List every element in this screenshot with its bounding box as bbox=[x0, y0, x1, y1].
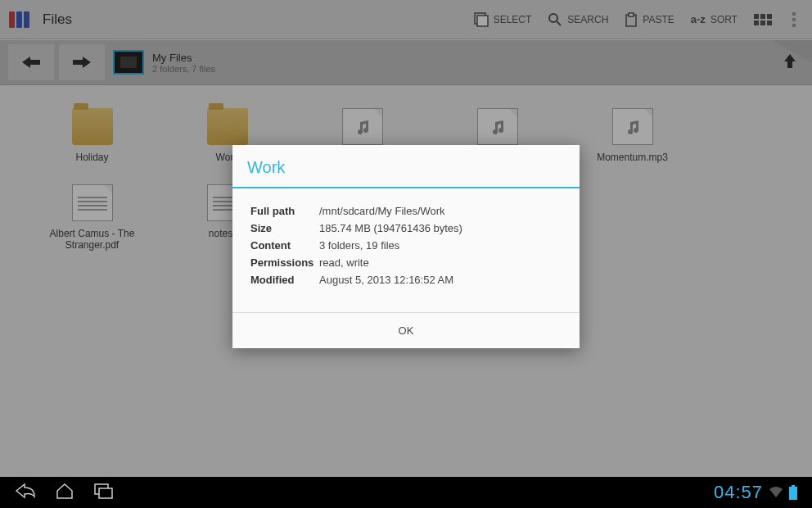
property-row: Modified August 5, 2013 12:16:52 AM bbox=[250, 274, 562, 286]
wifi-icon bbox=[768, 486, 784, 499]
system-home-icon[interactable] bbox=[54, 482, 75, 503]
property-row: Full path /mnt/sdcard/My Files/Work bbox=[250, 205, 562, 217]
status-clock: 04:57 bbox=[714, 482, 763, 503]
dialog-title: Work bbox=[232, 145, 580, 188]
property-row: Content 3 folders, 19 files bbox=[250, 239, 562, 252]
battery-icon bbox=[789, 485, 797, 500]
system-nav-bar: 04:57 bbox=[0, 477, 812, 508]
dialog-body: Full path /mnt/sdcard/My Files/Work Size… bbox=[232, 188, 580, 312]
properties-dialog: Work Full path /mnt/sdcard/My Files/Work… bbox=[232, 145, 580, 348]
system-back-icon[interactable] bbox=[15, 482, 36, 503]
dialog-actions: OK bbox=[232, 312, 580, 348]
property-row: Size 185.74 MB (194761436 bytes) bbox=[250, 222, 562, 234]
svg-rect-12 bbox=[792, 485, 795, 488]
svg-rect-10 bbox=[99, 488, 112, 498]
property-row: Permissions read, write bbox=[250, 256, 562, 269]
system-recents-icon[interactable] bbox=[93, 482, 115, 503]
ok-button[interactable]: OK bbox=[232, 313, 580, 348]
svg-rect-11 bbox=[789, 487, 797, 500]
app-screen: Files SELECT SEARCH PASTE a-z SORT bbox=[0, 0, 812, 477]
